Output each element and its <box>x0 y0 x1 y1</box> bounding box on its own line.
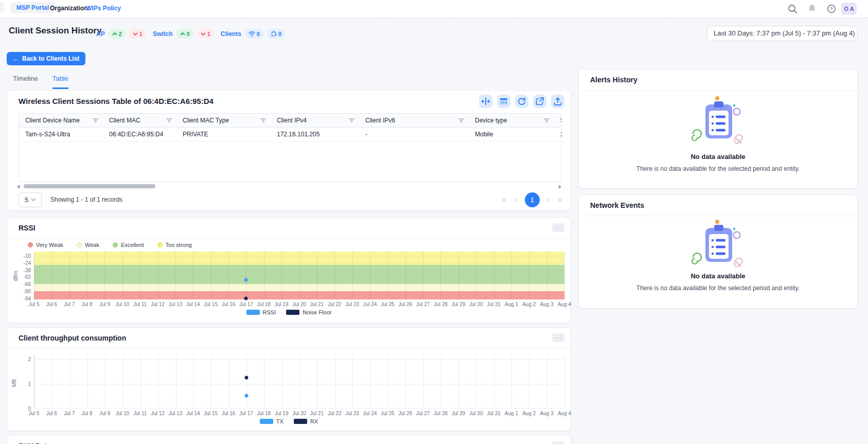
divider <box>579 216 857 216</box>
table-cell: PRIVATE <box>176 128 271 141</box>
switch-up-badge[interactable]: 0 <box>176 29 193 39</box>
switch-label: Switch <box>153 30 173 38</box>
pagination-next-button[interactable]: › <box>546 195 551 204</box>
table-cell: 21m 14s <box>554 128 562 141</box>
x-tick-label: Jul 28 <box>434 301 448 307</box>
organization-label: Organization: <box>50 5 90 12</box>
clients-mesh-count: 0 <box>278 31 281 37</box>
x-axis-ticks: Jul 5Jul 6Jul 7Jul 8Jul 9Jul 10Jul 11Jul… <box>34 301 564 309</box>
x-tick-label: Aug 3 <box>540 411 554 416</box>
y-tick-label: -94 <box>24 296 31 301</box>
pagination-last-button[interactable]: » <box>557 195 563 204</box>
legend-rx[interactable]: RX <box>294 418 318 424</box>
tab-table[interactable]: Table <box>52 75 68 89</box>
scroll-right-button[interactable] <box>559 185 562 189</box>
clients-wifi-count: 0 <box>257 31 260 37</box>
back-to-clients-list-button[interactable]: ← Back to Clients List <box>7 52 85 65</box>
notifications-bell-icon[interactable] <box>807 4 817 14</box>
x-tick-label: Jul 29 <box>451 301 465 307</box>
clients-wifi-badge[interactable]: 0 <box>245 29 263 39</box>
column-header-client-mac[interactable]: Client MAC <box>103 114 176 128</box>
x-tick-label: Jul 27 <box>416 301 430 307</box>
x-tick-label: Jul 21 <box>310 411 324 416</box>
sessions-table: Client Device NameClient MACClient MAC T… <box>19 114 562 141</box>
divider <box>7 238 571 239</box>
x-tick-label: Jul 30 <box>469 411 483 416</box>
help-icon[interactable]: ? <box>826 4 837 14</box>
date-range-picker[interactable]: Last 30 Days: 7:37 pm (Jul 5) - 7:37 pm … <box>707 26 858 41</box>
x-tick-label: Jul 12 <box>151 301 165 307</box>
column-header-client-device-name[interactable]: Client Device Name <box>19 114 103 128</box>
filter-icon[interactable] <box>260 117 267 123</box>
horizontal-scrollbar[interactable] <box>16 184 562 189</box>
column-header-session-duration[interactable]: Session Duration <box>554 114 562 128</box>
page-size-select[interactable]: 5 <box>19 192 42 207</box>
collapsed-sidebar-button[interactable] <box>0 2 4 13</box>
page-size-value: 5 <box>25 196 28 204</box>
throughput-series-legend: TXRX <box>7 418 571 424</box>
export-button[interactable] <box>551 95 564 108</box>
legend-rssi[interactable]: RSSI <box>246 309 276 315</box>
x-tick-label: Aug 4 <box>558 301 571 307</box>
chevron-down-icon <box>31 198 36 201</box>
x-tick-label: Aug 4 <box>558 411 571 416</box>
filter-icon[interactable] <box>543 117 550 123</box>
back-arrow-icon: ← <box>13 55 19 62</box>
phy-rates-card: PHY Rates ··· <box>7 435 571 444</box>
column-header-client-ipv4[interactable]: Client IPv4 <box>271 114 359 128</box>
x-tick-label: Jul 16 <box>222 301 236 307</box>
msp-portal-badge[interactable]: MSP Portal <box>10 2 55 13</box>
sessions-table-container: Client Device NameClient MACClient MAC T… <box>19 113 562 182</box>
column-header-device-type[interactable]: Device type <box>469 114 554 128</box>
scrollbar-thumb[interactable] <box>24 184 155 188</box>
avatar[interactable]: O A <box>841 3 857 15</box>
organization-name-link[interactable]: WIPs Policy <box>86 5 121 12</box>
columns-icon <box>499 96 509 106</box>
filter-icon[interactable] <box>348 117 355 123</box>
column-header-client-ipv6[interactable]: Client IPv6 <box>359 114 469 128</box>
chevron-down-icon <box>133 32 138 36</box>
showing-records-text: Showing 1 - 1 of 1 records <box>50 196 122 203</box>
tab-timeline[interactable]: Timeline <box>13 75 38 89</box>
scroll-left-button[interactable] <box>17 185 20 189</box>
resize-columns-button[interactable] <box>479 95 492 108</box>
pagination-row: 5 Showing 1 - 1 of 1 records « ‹ 1 › » <box>19 191 563 208</box>
filter-icon[interactable] <box>166 117 172 123</box>
filter-icon[interactable] <box>458 117 465 123</box>
band-legend-excellent: Excellent <box>113 242 144 248</box>
pagination-first-button[interactable]: « <box>501 195 508 204</box>
x-tick-label: Jul 24 <box>363 411 377 416</box>
x-tick-label: Jul 28 <box>434 411 448 416</box>
pagination-page-1[interactable]: 1 <box>525 192 540 207</box>
x-tick-label: Aug 2 <box>522 411 536 416</box>
x-tick-label: Jul 14 <box>186 411 200 416</box>
resize-columns-icon <box>481 96 491 106</box>
open-in-new-button[interactable] <box>533 95 546 108</box>
x-tick-label: Aug 3 <box>540 301 554 307</box>
rssi-chart: dBm -10-24-38-52-66-80-94 Jul 5Jul 6Jul … <box>13 252 565 313</box>
x-tick-label: Jul 22 <box>328 301 342 307</box>
noise-floor-data-point <box>244 297 248 300</box>
ap-up-badge[interactable]: 2 <box>109 29 126 39</box>
column-header-client-mac-type[interactable]: Client MAC Type <box>176 114 271 128</box>
clients-mesh-badge[interactable]: 0 <box>267 29 285 39</box>
x-tick-label: Jul 30 <box>469 301 483 307</box>
filter-icon[interactable] <box>92 117 99 123</box>
search-icon[interactable] <box>787 4 798 14</box>
legend-tx[interactable]: TX <box>260 418 284 424</box>
refresh-button[interactable] <box>515 95 528 108</box>
pagination-prev-button[interactable]: ‹ <box>513 195 518 204</box>
y-tick-label: -24 <box>24 260 31 265</box>
table-cell: - <box>359 128 469 141</box>
more-options-button[interactable]: ··· <box>552 441 564 444</box>
ap-down-badge[interactable]: 1 <box>129 29 146 39</box>
manage-columns-button[interactable] <box>497 95 510 108</box>
legend-noise-floor[interactable]: Noise Floor <box>286 309 331 315</box>
throughput-plot-area <box>34 356 564 409</box>
clients-label: Clients <box>221 30 241 38</box>
x-tick-label: Jul 10 <box>115 301 129 307</box>
date-range-text: Last 30 Days: 7:37 pm (Jul 5) - 7:37 pm … <box>714 29 855 37</box>
more-options-button[interactable]: ··· <box>552 223 564 232</box>
switch-down-badge[interactable]: 1 <box>197 29 214 39</box>
more-options-button[interactable]: ··· <box>552 333 564 342</box>
